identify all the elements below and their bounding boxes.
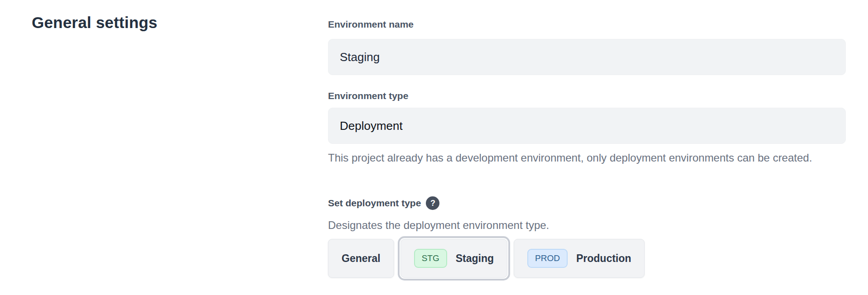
environment-type-help-text: This project already has a development e… bbox=[328, 148, 812, 167]
staging-badge: STG bbox=[414, 249, 447, 268]
deployment-type-options: General STG Staging PROD Production bbox=[328, 239, 645, 278]
deployment-type-label: Set deployment type bbox=[328, 198, 421, 209]
deployment-type-option-staging[interactable]: STG Staging bbox=[400, 239, 507, 278]
environment-type-input[interactable] bbox=[328, 108, 846, 144]
environment-type-label: Environment type bbox=[328, 90, 408, 101]
deployment-type-option-label: Staging bbox=[456, 252, 494, 265]
deployment-type-label-row: Set deployment type ? bbox=[328, 196, 439, 210]
deployment-type-option-general[interactable]: General bbox=[328, 239, 394, 278]
production-badge: PROD bbox=[527, 249, 568, 268]
deployment-type-option-label: Production bbox=[576, 252, 631, 265]
environment-name-input[interactable] bbox=[328, 39, 846, 75]
environment-name-label: Environment name bbox=[328, 19, 414, 30]
deployment-type-option-production[interactable]: PROD Production bbox=[514, 239, 645, 278]
general-settings-page: General settings Environment name Enviro… bbox=[0, 0, 868, 295]
page-title: General settings bbox=[32, 14, 157, 32]
deployment-type-option-label: General bbox=[342, 252, 381, 265]
settings-form: Environment name Environment type This p… bbox=[328, 0, 846, 295]
question-mark-icon[interactable]: ? bbox=[426, 196, 439, 210]
deployment-type-description: Designates the deployment environment ty… bbox=[328, 216, 549, 234]
